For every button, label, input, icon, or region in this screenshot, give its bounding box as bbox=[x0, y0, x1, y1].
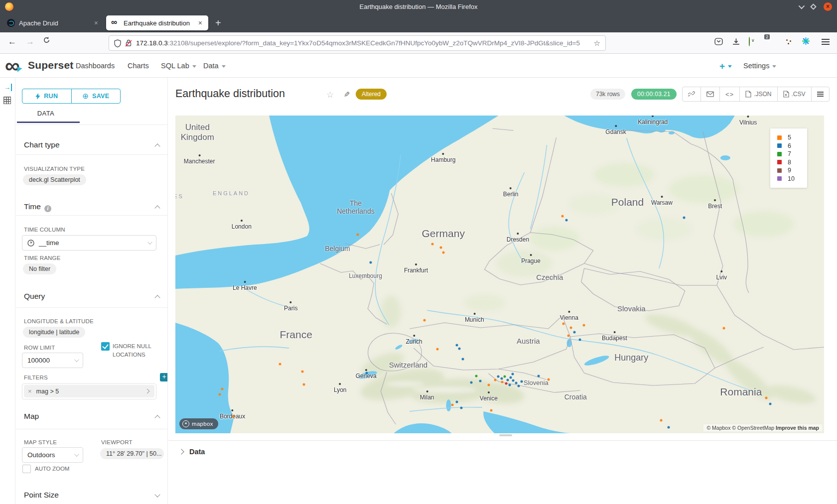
export-json-button[interactable]: .JSON bbox=[740, 87, 777, 101]
privacy-badger-icon[interactable] bbox=[749, 37, 750, 46]
filters-label: FILTERS bbox=[24, 375, 48, 380]
map-style-select[interactable]: Outdoors bbox=[22, 447, 83, 463]
section-title: Time bbox=[24, 202, 41, 211]
earthquake-point bbox=[667, 426, 670, 428]
window-minimize-icon[interactable] bbox=[799, 3, 805, 9]
earthquake-point bbox=[504, 376, 506, 378]
window-maximize-icon[interactable] bbox=[810, 3, 817, 10]
data-results-section[interactable]: Data bbox=[168, 441, 837, 463]
time-range-value[interactable]: No filter bbox=[23, 263, 56, 274]
section-chart-type[interactable]: Chart type bbox=[24, 140, 160, 149]
window-close-icon[interactable]: × bbox=[824, 2, 832, 11]
favorite-star-icon[interactable]: ☆ bbox=[326, 90, 334, 100]
earthquake-point bbox=[562, 322, 564, 325]
attribution-improve-link[interactable]: Improve this map bbox=[776, 425, 819, 431]
earthquake-point bbox=[487, 384, 490, 386]
panel-resize-handle[interactable] bbox=[499, 434, 512, 436]
map-attribution[interactable]: © Mapbox © OpenStreetMap Improve this ma… bbox=[703, 424, 822, 431]
email-button[interactable] bbox=[701, 87, 720, 101]
chart-menu-button[interactable] bbox=[812, 87, 829, 101]
time-range-label: TIME RANGE bbox=[24, 255, 61, 261]
forward-icon[interactable]: → bbox=[26, 37, 34, 47]
copy-link-button[interactable] bbox=[683, 87, 701, 101]
chevron-down-icon bbox=[147, 240, 152, 245]
embed-code-button[interactable]: <> bbox=[720, 87, 740, 101]
add-filter-button[interactable]: + bbox=[160, 373, 168, 381]
earthquake-point bbox=[515, 382, 517, 384]
row-limit-select[interactable]: 100000 bbox=[22, 353, 83, 368]
auto-zoom-label: AUTO ZOOM bbox=[35, 465, 69, 473]
attribution-copyright[interactable]: © Mapbox © OpenStreetMap bbox=[706, 425, 774, 431]
expand-datasource-panel-icon[interactable]: → bbox=[4, 84, 12, 91]
refresh-icon[interactable] bbox=[43, 36, 50, 46]
earthquake-point bbox=[501, 381, 504, 383]
deckgl-map[interactable]: United KingdomManchesterENGLANDESLondonL… bbox=[175, 116, 824, 433]
save-button[interactable]: ⊕ SAVE bbox=[72, 89, 121, 103]
mapbox-logo[interactable]: ✶ mapbox bbox=[179, 418, 218, 429]
legend-swatch bbox=[777, 143, 782, 148]
nav-item-sqllab[interactable]: SQL Lab bbox=[161, 62, 196, 70]
pocket-icon[interactable] bbox=[714, 37, 723, 47]
section-time[interactable]: Timei bbox=[24, 202, 160, 212]
earthquake-point bbox=[470, 381, 472, 383]
datasource-grid-icon[interactable] bbox=[3, 97, 11, 104]
url-bar[interactable]: 172.18.0.3:32108/superset/explore/?form_… bbox=[109, 35, 606, 51]
nav-item-settings[interactable]: Settings bbox=[743, 62, 776, 70]
legend-swatch bbox=[777, 135, 782, 140]
superset-logo-icon[interactable]: ∞ bbox=[5, 55, 20, 77]
section-map[interactable]: Map bbox=[24, 412, 160, 421]
nav-item-data[interactable]: Data bbox=[203, 62, 226, 70]
multi-account-containers-icon[interactable] bbox=[802, 37, 810, 47]
export-csv-button[interactable]: .CSV bbox=[778, 87, 812, 101]
lonlat-value[interactable]: longitude | latitude bbox=[23, 327, 85, 338]
time-column-select[interactable]: __time bbox=[22, 235, 156, 251]
insecure-lock-icon[interactable] bbox=[125, 39, 132, 47]
run-button[interactable]: RUN bbox=[22, 89, 72, 103]
tracking-shield-icon[interactable] bbox=[114, 39, 121, 47]
altered-badge[interactable]: Altered bbox=[356, 89, 387, 100]
superset-brand[interactable]: Superset bbox=[28, 59, 73, 71]
section-point-size[interactable]: Point Size bbox=[24, 491, 160, 500]
auto-zoom-checkbox[interactable] bbox=[22, 465, 31, 473]
filter-chip[interactable]: × mag > 5 bbox=[24, 385, 154, 397]
chevron-right-icon bbox=[145, 389, 150, 394]
firefox-menu-icon[interactable] bbox=[822, 39, 830, 40]
viz-type-value[interactable]: deck.gl Scatterplot bbox=[23, 174, 86, 185]
tab-close-icon[interactable]: × bbox=[197, 19, 203, 27]
browser-tab-earthquake-distribution[interactable]: ∞ Earthquake distribution × bbox=[106, 15, 208, 30]
earthquake-point bbox=[494, 378, 496, 381]
plus-circle-icon: ⊕ bbox=[82, 92, 89, 101]
bookmark-star-icon[interactable]: ☆ bbox=[594, 39, 600, 48]
back-icon[interactable]: ← bbox=[8, 37, 16, 47]
legend-label: 9 bbox=[788, 167, 791, 174]
add-new-button[interactable]: + bbox=[719, 61, 732, 72]
url-path: :32108/superset/explore/?form_data_key=1… bbox=[168, 39, 580, 47]
row-limit-value: 100000 bbox=[27, 357, 50, 364]
json-label: .JSON bbox=[754, 91, 771, 98]
downloads-icon[interactable] bbox=[732, 37, 740, 47]
viewport-value[interactable]: 11° 28' 29.70" | 50... bbox=[100, 448, 164, 459]
earthquake-point bbox=[512, 379, 515, 382]
tab-data[interactable]: DATA bbox=[22, 110, 70, 117]
ignore-null-label: IGNORE NULL LOCATIONS bbox=[113, 342, 165, 359]
new-tab-button[interactable]: + bbox=[215, 17, 221, 29]
map-style-value: Outdoors bbox=[27, 451, 55, 459]
edit-properties-icon[interactable]: ✎ bbox=[344, 90, 350, 99]
nav-item-charts[interactable]: Charts bbox=[128, 62, 149, 70]
tab-close-icon[interactable]: × bbox=[93, 19, 99, 27]
run-label: RUN bbox=[44, 93, 58, 100]
csv-label: .CSV bbox=[792, 91, 806, 98]
section-query[interactable]: Query bbox=[24, 292, 160, 301]
ignore-null-checkbox[interactable] bbox=[101, 342, 110, 351]
browser-tab-apache-druid[interactable]: Apache Druid × bbox=[2, 15, 104, 30]
scatter-points-layer bbox=[175, 116, 824, 433]
earthquake-point bbox=[570, 327, 572, 329]
chevron-down-icon bbox=[772, 65, 776, 68]
nav-item-dashboards[interactable]: Dashboards bbox=[76, 62, 115, 70]
earthquake-point bbox=[436, 348, 439, 350]
earthquake-point bbox=[506, 379, 509, 381]
legend-item: 10 bbox=[777, 175, 807, 183]
remove-filter-icon[interactable]: × bbox=[28, 387, 32, 395]
earthquake-point bbox=[660, 419, 663, 421]
viz-type-label: VISUALIZATION TYPE bbox=[24, 166, 85, 172]
